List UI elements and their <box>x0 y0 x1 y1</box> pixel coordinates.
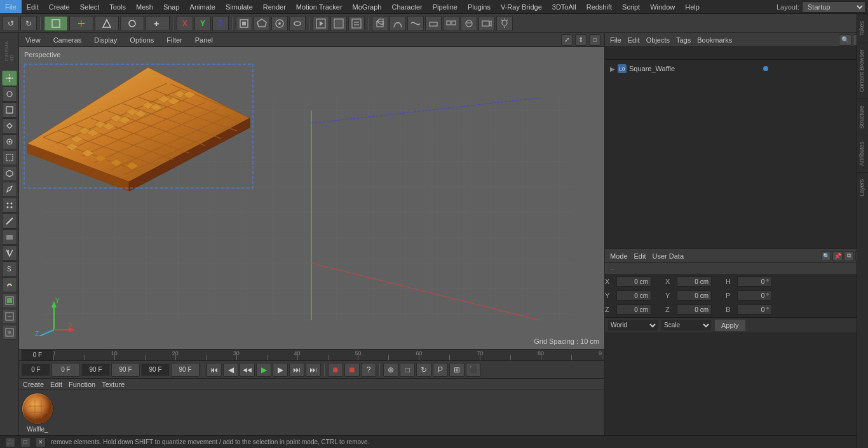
viewport-menu-options[interactable]: Options <box>127 35 156 45</box>
render-view-btn[interactable] <box>313 16 329 31</box>
tab-content-browser[interactable]: Content Browser <box>857 43 868 98</box>
x-axis-btn[interactable]: X <box>177 16 193 31</box>
z-pos-input[interactable] <box>616 304 651 315</box>
menu-script[interactable]: Script <box>617 0 645 13</box>
om-menu-file[interactable]: File <box>607 35 624 45</box>
z-axis-btn[interactable]: Z <box>212 16 229 31</box>
axis-mode-btn[interactable] <box>69 16 93 31</box>
viewport-arrows-btn[interactable]: ⇕ <box>575 34 587 46</box>
om-item-waffle[interactable]: ▶ L0 Square_Waffle <box>607 62 865 75</box>
tool-select-live[interactable] <box>2 134 17 149</box>
menu-create[interactable]: Create <box>44 0 75 13</box>
menu-plugins[interactable]: Plugins <box>463 0 496 13</box>
tool-uv[interactable] <box>2 245 17 261</box>
tool-select-box[interactable] <box>2 150 17 165</box>
tab-attributes[interactable]: Attributes <box>857 135 868 172</box>
next-frame-btn[interactable]: ▶ <box>273 363 288 377</box>
auto-key-btn[interactable]: ⏹ <box>344 363 360 377</box>
h-input[interactable] <box>737 276 772 287</box>
frame-end-input[interactable] <box>81 363 110 376</box>
loop-btn[interactable] <box>289 16 306 31</box>
menu-window[interactable]: Window <box>645 0 680 13</box>
om-search-btn[interactable]: 🔍 <box>839 34 851 46</box>
menu-3dtoall[interactable]: 3DToAll <box>547 0 581 13</box>
obj-keyframe-btn[interactable]: ⬛ <box>466 363 481 377</box>
obj-prop-btn[interactable]: P <box>433 363 448 377</box>
menu-edit[interactable]: Edit <box>22 0 44 13</box>
mat-menu-edit[interactable]: Edit <box>50 381 62 388</box>
x-pos-input[interactable] <box>616 276 651 287</box>
menu-character[interactable]: Character <box>386 0 427 13</box>
frame-step-input[interactable] <box>141 363 170 376</box>
am-menu-userdata[interactable]: User Data <box>650 251 687 261</box>
render-picture-btn[interactable] <box>330 16 347 31</box>
z-rot-input[interactable] <box>677 304 712 315</box>
viewport-menu-view[interactable]: View <box>23 35 43 45</box>
obj-rot-btn[interactable]: ↻ <box>416 363 431 377</box>
obj-grid-btn[interactable]: ⊞ <box>449 363 465 377</box>
rotate-mode-btn[interactable] <box>120 16 144 31</box>
viewport-lock-btn[interactable]: ⤢ <box>561 34 573 46</box>
scale-mode-btn[interactable] <box>95 16 119 31</box>
menu-snap[interactable]: Snap <box>158 0 185 13</box>
obj-scale-btn[interactable]: □ <box>400 363 415 377</box>
y-pos-input[interactable] <box>616 290 651 301</box>
menu-vray[interactable]: V-Ray Bridge <box>496 0 547 13</box>
fields-btn[interactable] <box>461 16 477 31</box>
tool-select-poly[interactable] <box>2 166 17 181</box>
om-menu-tags[interactable]: Tags <box>674 35 693 45</box>
x-rot-input[interactable] <box>677 276 712 287</box>
tool-poly[interactable] <box>2 229 17 245</box>
tool-array-paint[interactable] <box>2 309 17 324</box>
object-tool-btn[interactable] <box>236 16 252 31</box>
b-input[interactable] <box>737 304 772 315</box>
live-select-btn[interactable] <box>271 16 288 31</box>
tab-structure[interactable]: Structure <box>857 98 868 135</box>
tool-scale[interactable] <box>2 102 17 118</box>
cube-btn[interactable] <box>372 16 388 31</box>
menu-simulate[interactable]: Simulate <box>220 0 258 13</box>
viewport-menu-filter[interactable]: Filter <box>164 35 184 45</box>
layout-select[interactable]: Startup Standard Animate <box>802 1 865 13</box>
viewport-menu-display[interactable]: Display <box>92 35 119 45</box>
y-axis-btn[interactable]: Y <box>194 16 211 31</box>
deformer-btn[interactable] <box>425 16 442 31</box>
obj-move-btn[interactable]: ⊕ <box>383 363 398 377</box>
apply-button[interactable]: Apply <box>714 319 746 332</box>
tool-rotate[interactable] <box>2 86 17 102</box>
world-select[interactable]: World Object Parent <box>607 320 658 331</box>
p-input[interactable] <box>737 290 772 301</box>
status-icon-1[interactable]: 🎥 <box>5 437 15 447</box>
play-reverse-btn[interactable]: ◀◀ <box>240 363 255 377</box>
viewport-menu-cameras[interactable]: Cameras <box>51 35 85 45</box>
menu-file[interactable]: File <box>0 0 22 13</box>
status-icon-2[interactable]: □ <box>20 437 31 447</box>
help-transport-btn[interactable]: ? <box>361 363 376 377</box>
om-menu-edit[interactable]: Edit <box>625 35 642 45</box>
tool-move[interactable] <box>2 71 17 86</box>
spline-btn[interactable] <box>407 16 424 31</box>
mat-menu-function[interactable]: Function <box>69 381 95 388</box>
menu-help[interactable]: Help <box>680 0 705 13</box>
menu-motion-tracker[interactable]: Motion Tracker <box>291 0 348 13</box>
transform-mode-btn[interactable]: ✚ <box>146 16 170 31</box>
am-search-btn[interactable]: 🔍 <box>821 251 831 261</box>
timeline-track[interactable]: 0102030405060708090 <box>53 350 602 360</box>
menu-select[interactable]: Select <box>75 0 105 13</box>
menu-tools[interactable]: Tools <box>104 0 131 13</box>
am-pin-btn[interactable]: 📌 <box>832 251 843 261</box>
om-item-dot-1[interactable] <box>763 66 768 71</box>
mat-menu-create[interactable]: Create <box>23 381 44 388</box>
tool-paint[interactable] <box>2 293 17 308</box>
om-menu-objects[interactable]: Objects <box>644 35 672 45</box>
am-copy-btn[interactable]: ⧉ <box>844 251 854 261</box>
bezier-btn[interactable] <box>390 16 406 31</box>
tab-layers[interactable]: Layers <box>857 172 868 203</box>
tool-edge[interactable] <box>2 214 17 229</box>
tool-point[interactable] <box>2 198 17 213</box>
light-btn[interactable] <box>496 16 513 31</box>
frame-start-input[interactable] <box>22 363 50 376</box>
render-queue-btn[interactable] <box>348 16 365 31</box>
goto-end-btn[interactable]: ⏭ <box>289 363 304 377</box>
menu-render[interactable]: Render <box>258 0 291 13</box>
